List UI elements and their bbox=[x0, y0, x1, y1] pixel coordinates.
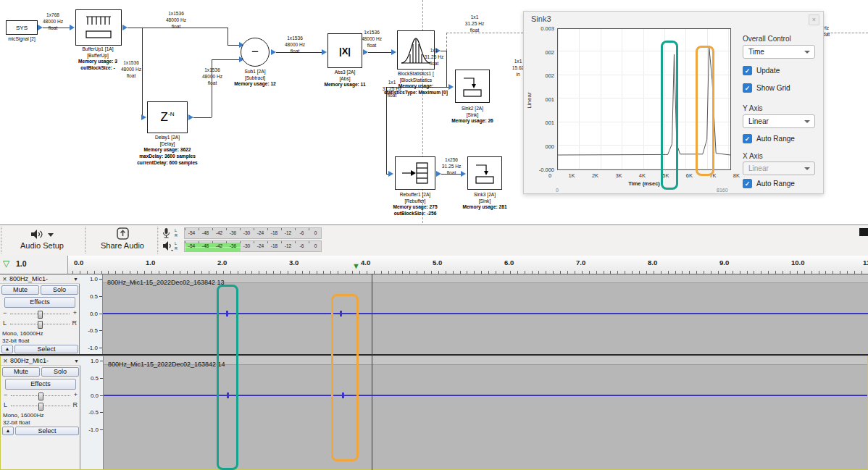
pan-left-label: L bbox=[3, 319, 7, 327]
gain-slider-thumb[interactable] bbox=[38, 311, 43, 319]
sink3-window: Sink3 × Linear 0.003002002001001000-0.00… bbox=[523, 11, 824, 194]
meter-channel-labels: LR bbox=[175, 228, 178, 239]
block-diagram-canvas: SYS micSignal [2] BufferUp1 [1A][BufferU… bbox=[0, 0, 868, 224]
wire bbox=[228, 45, 239, 46]
pan-slider-thumb[interactable] bbox=[38, 403, 43, 411]
timeline-ruler[interactable]: 0.01.02.03.04.05.06.07.08.09.010.011.0 ▼ bbox=[68, 256, 868, 274]
recording-meter-scale[interactable]: -54-48-42-36-30-24-18-12-60 bbox=[184, 227, 322, 239]
plot-control-panel: Overall Control Time ✓Update ✓Show Grid … bbox=[738, 12, 822, 195]
wire-label: 1x1 31.25 Hz float bbox=[417, 48, 451, 67]
x-axis-ticks: 01K2K3K4K5K6K7K8K bbox=[548, 172, 740, 179]
zero-line bbox=[103, 313, 868, 314]
x-axis-title: Time (msec) bbox=[557, 180, 731, 187]
timeline-pin-area[interactable]: ▽ 1.0 bbox=[0, 256, 68, 274]
close-icon[interactable]: × bbox=[0, 275, 9, 283]
ruler-numbers: 0.01.02.03.04.05.06.07.08.09.010.011.0 bbox=[72, 259, 868, 267]
y-axis-label: Y Axis bbox=[743, 104, 763, 112]
gain-plus-label: + bbox=[73, 309, 77, 316]
port-icon bbox=[271, 49, 276, 55]
overall-control-label: Overall Control bbox=[743, 35, 791, 43]
clip-title: 800Hz_Mic1-15_2022Dec02_163842 14 bbox=[108, 360, 225, 369]
track-title[interactable]: 800Hz_Mic1- bbox=[9, 275, 48, 282]
wire-label: 1x1536 48000 Hz float bbox=[196, 67, 229, 87]
clip-header[interactable]: 800Hz_Mic1-15_2022Dec02_163842 13 bbox=[103, 274, 868, 283]
close-icon[interactable]: × bbox=[1, 357, 10, 365]
vertical-scale[interactable]: 1.00.50.0-0.5-1.0 bbox=[80, 356, 104, 469]
track-title-bar: × 800Hz_Mic1- ▼ bbox=[0, 274, 80, 284]
toolbar-grip[interactable] bbox=[157, 227, 159, 253]
select-button[interactable]: Select bbox=[14, 345, 78, 353]
waveform-area[interactable]: 800Hz_Mic1-15_2022Dec02_163842 14 bbox=[104, 356, 867, 469]
port-icon bbox=[363, 49, 368, 55]
block-caption-delay1: Delay1 [2A][Delay]Memory usage: 3622maxD… bbox=[119, 135, 216, 167]
gain-slider[interactable] bbox=[10, 314, 70, 314]
pan-slider-row: L R bbox=[1, 401, 80, 411]
abs-symbol: |X| bbox=[339, 46, 351, 56]
block-sink3[interactable] bbox=[467, 156, 502, 190]
gain-slider[interactable] bbox=[11, 395, 70, 396]
block-delay1[interactable]: Z-N bbox=[147, 101, 188, 133]
chevron-down-icon bbox=[804, 51, 810, 54]
track-menu-caret-icon[interactable]: ▼ bbox=[73, 277, 78, 282]
x-auto-range-checkbox[interactable]: ✓Auto Range bbox=[743, 179, 795, 188]
gain-plus-label: + bbox=[74, 391, 78, 398]
track-menu-caret-icon[interactable]: ▼ bbox=[74, 358, 79, 364]
y-auto-range-checkbox[interactable]: ✓Auto Range bbox=[743, 134, 795, 143]
scrollbar-thumb[interactable] bbox=[859, 228, 868, 236]
toolbar-grip[interactable] bbox=[1, 227, 2, 253]
waveform-blip bbox=[227, 393, 229, 398]
vertical-scale[interactable]: 1.00.50.0-0.5-1.0 bbox=[80, 274, 103, 354]
collapse-button[interactable]: ▲ bbox=[1, 345, 13, 353]
solo-button[interactable]: Solo bbox=[41, 367, 79, 377]
wire-label: 1x256 31.25 Hz float bbox=[435, 157, 468, 177]
window-title: Sink3 bbox=[531, 14, 551, 23]
gain-slider-row: − + bbox=[0, 309, 80, 319]
collapse-button[interactable]: ▲ bbox=[2, 427, 14, 435]
screenshot-root: SYS micSignal [2] BufferUp1 [1A][BufferU… bbox=[0, 0, 868, 470]
audio-setup-button[interactable]: Audio Setup bbox=[3, 227, 81, 253]
pan-slider[interactable] bbox=[10, 324, 70, 324]
pan-slider-thumb[interactable] bbox=[38, 321, 43, 329]
speaker-icon bbox=[162, 240, 174, 251]
check-icon: ✓ bbox=[743, 66, 752, 75]
chevron-down-icon bbox=[48, 233, 54, 237]
chevron-down-icon bbox=[804, 120, 810, 123]
gain-slider-thumb[interactable] bbox=[38, 393, 43, 400]
waveform-area[interactable]: 800Hz_Mic1-15_2022Dec02_163842 13 bbox=[103, 274, 868, 354]
pan-right-label: R bbox=[72, 319, 78, 327]
update-checkbox[interactable]: ✓Update bbox=[743, 66, 780, 75]
track-title[interactable]: 800Hz_Mic1- bbox=[10, 357, 49, 364]
subtract-symbol: − bbox=[251, 45, 259, 59]
pan-slider[interactable] bbox=[11, 406, 70, 406]
clip-header[interactable]: 800Hz_Mic1-15_2022Dec02_163842 14 bbox=[104, 356, 867, 365]
port-icon bbox=[391, 49, 396, 55]
block-sub1[interactable]: − bbox=[241, 38, 270, 67]
recording-meter[interactable]: LR -54-48-42-36-30-24-18-12-60 bbox=[162, 227, 170, 240]
share-audio-button[interactable]: Share Audio bbox=[90, 227, 155, 253]
pinned-playhead-icon[interactable]: ▽ bbox=[3, 259, 9, 269]
track-title-bar: × 800Hz_Mic1- ▼ bbox=[1, 356, 80, 366]
block-sys[interactable]: SYS bbox=[6, 20, 38, 35]
playhead-icon[interactable]: ▼ bbox=[352, 261, 360, 271]
wire bbox=[212, 59, 239, 60]
wire-label: 1x1536 48000 Hz float bbox=[159, 11, 193, 30]
domain-select[interactable]: Time bbox=[743, 45, 815, 59]
solo-button[interactable]: Solo bbox=[41, 285, 78, 295]
block-bufferup1[interactable] bbox=[75, 9, 122, 46]
block-rebuffer1[interactable] bbox=[395, 156, 435, 190]
block-sink2[interactable] bbox=[455, 70, 490, 103]
playback-meter-scale[interactable]: -54-48-42-36-30-24-18-12-60 bbox=[184, 240, 322, 252]
mute-button[interactable]: Mute bbox=[2, 367, 40, 377]
x-scale-select[interactable]: Linear bbox=[743, 161, 815, 175]
rebuffer-icon bbox=[401, 160, 430, 186]
select-button[interactable]: Select bbox=[15, 427, 79, 435]
gain-minus-label: − bbox=[3, 309, 7, 316]
effects-button[interactable]: Effects bbox=[4, 297, 75, 308]
toolbar-grip[interactable] bbox=[85, 227, 86, 253]
y-scale-select[interactable]: Linear bbox=[743, 114, 815, 128]
show-grid-checkbox[interactable]: ✓Show Grid bbox=[743, 83, 790, 93]
check-icon: ✓ bbox=[743, 179, 752, 188]
effects-button[interactable]: Effects bbox=[5, 379, 76, 390]
playback-meter[interactable]: LR -54-48-42-36-30-24-18-12-60 bbox=[162, 240, 174, 253]
mute-button[interactable]: Mute bbox=[1, 285, 39, 295]
